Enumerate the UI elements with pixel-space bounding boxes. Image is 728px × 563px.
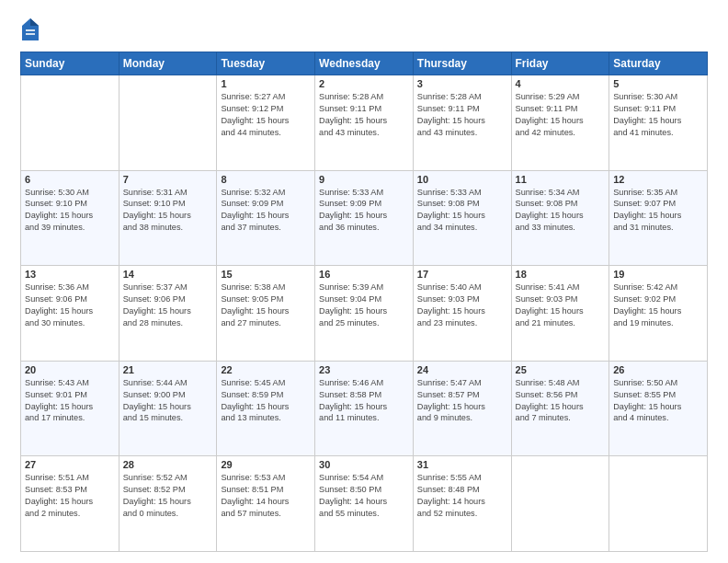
calendar-cell: 5Sunrise: 5:30 AM Sunset: 9:11 PM Daylig… (609, 75, 708, 171)
calendar-cell: 10Sunrise: 5:33 AM Sunset: 9:08 PM Dayli… (413, 170, 511, 266)
day-number: 8 (221, 174, 311, 185)
calendar-week-5: 27Sunrise: 5:51 AM Sunset: 8:53 PM Dayli… (21, 456, 708, 552)
day-info: Sunrise: 5:36 AM Sunset: 9:06 PM Dayligh… (25, 282, 115, 329)
day-number: 10 (417, 174, 507, 185)
calendar-week-4: 20Sunrise: 5:43 AM Sunset: 9:01 PM Dayli… (21, 361, 708, 456)
day-info: Sunrise: 5:46 AM Sunset: 8:58 PM Dayligh… (319, 377, 409, 425)
calendar-cell: 24Sunrise: 5:47 AM Sunset: 8:57 PM Dayli… (413, 361, 511, 456)
day-info: Sunrise: 5:28 AM Sunset: 9:11 PM Dayligh… (319, 91, 409, 139)
day-number: 19 (613, 269, 703, 280)
day-info: Sunrise: 5:44 AM Sunset: 9:00 PM Dayligh… (123, 377, 213, 425)
calendar-cell: 11Sunrise: 5:34 AM Sunset: 9:08 PM Dayli… (511, 170, 609, 266)
day-info: Sunrise: 5:43 AM Sunset: 9:01 PM Dayligh… (25, 377, 115, 425)
calendar-cell (609, 456, 708, 552)
calendar-cell: 23Sunrise: 5:46 AM Sunset: 8:58 PM Dayli… (315, 361, 414, 456)
day-info: Sunrise: 5:27 AM Sunset: 9:12 PM Dayligh… (221, 91, 311, 139)
calendar-header-thursday: Thursday (413, 52, 511, 75)
calendar-week-2: 6Sunrise: 5:30 AM Sunset: 9:10 PM Daylig… (21, 170, 708, 266)
calendar-header-friday: Friday (511, 52, 609, 75)
day-info: Sunrise: 5:31 AM Sunset: 9:10 PM Dayligh… (123, 187, 213, 235)
day-number: 11 (516, 174, 606, 185)
calendar-cell (21, 75, 119, 171)
calendar-cell: 27Sunrise: 5:51 AM Sunset: 8:53 PM Dayli… (21, 456, 119, 552)
day-number: 9 (319, 174, 409, 185)
calendar-cell: 4Sunrise: 5:29 AM Sunset: 9:11 PM Daylig… (511, 75, 609, 171)
day-number: 17 (417, 269, 507, 280)
calendar-table: SundayMondayTuesdayWednesdayThursdayFrid… (20, 52, 708, 552)
calendar-header-saturday: Saturday (609, 52, 708, 75)
day-info: Sunrise: 5:30 AM Sunset: 9:11 PM Dayligh… (613, 91, 703, 139)
calendar-cell: 31Sunrise: 5:55 AM Sunset: 8:48 PM Dayli… (413, 456, 511, 552)
calendar-header-sunday: Sunday (21, 52, 119, 75)
calendar-cell: 18Sunrise: 5:41 AM Sunset: 9:03 PM Dayli… (511, 266, 609, 362)
day-number: 7 (123, 174, 213, 185)
day-number: 18 (516, 269, 606, 280)
logo-icon (20, 17, 40, 42)
day-number: 23 (319, 364, 409, 375)
day-number: 6 (25, 174, 115, 185)
day-info: Sunrise: 5:37 AM Sunset: 9:06 PM Dayligh… (123, 282, 213, 329)
day-number: 21 (123, 364, 213, 375)
day-info: Sunrise: 5:40 AM Sunset: 9:03 PM Dayligh… (417, 282, 507, 329)
day-info: Sunrise: 5:50 AM Sunset: 8:55 PM Dayligh… (613, 377, 703, 425)
day-info: Sunrise: 5:34 AM Sunset: 9:08 PM Dayligh… (516, 187, 606, 235)
day-info: Sunrise: 5:51 AM Sunset: 8:53 PM Dayligh… (25, 472, 115, 520)
calendar-cell: 14Sunrise: 5:37 AM Sunset: 9:06 PM Dayli… (119, 266, 217, 362)
day-info: Sunrise: 5:48 AM Sunset: 8:56 PM Dayligh… (516, 377, 606, 425)
day-number: 3 (417, 78, 507, 89)
day-number: 5 (613, 78, 703, 89)
day-info: Sunrise: 5:39 AM Sunset: 9:04 PM Dayligh… (319, 282, 409, 329)
day-info: Sunrise: 5:52 AM Sunset: 8:52 PM Dayligh… (123, 472, 213, 520)
day-info: Sunrise: 5:47 AM Sunset: 8:57 PM Dayligh… (417, 377, 507, 425)
day-number: 26 (613, 364, 703, 375)
day-info: Sunrise: 5:55 AM Sunset: 8:48 PM Dayligh… (417, 472, 507, 520)
day-number: 12 (613, 174, 703, 185)
day-number: 20 (25, 364, 115, 375)
calendar-cell: 30Sunrise: 5:54 AM Sunset: 8:50 PM Dayli… (315, 456, 414, 552)
day-number: 2 (319, 78, 409, 89)
day-number: 27 (25, 459, 115, 470)
day-info: Sunrise: 5:29 AM Sunset: 9:11 PM Dayligh… (516, 91, 606, 139)
day-info: Sunrise: 5:30 AM Sunset: 9:10 PM Dayligh… (25, 187, 115, 235)
day-info: Sunrise: 5:42 AM Sunset: 9:02 PM Dayligh… (613, 282, 703, 329)
calendar-cell: 16Sunrise: 5:39 AM Sunset: 9:04 PM Dayli… (315, 266, 414, 362)
day-number: 14 (123, 269, 213, 280)
day-number: 15 (221, 269, 311, 280)
day-info: Sunrise: 5:54 AM Sunset: 8:50 PM Dayligh… (319, 472, 409, 520)
day-number: 16 (319, 269, 409, 280)
day-info: Sunrise: 5:45 AM Sunset: 8:59 PM Dayligh… (221, 377, 311, 425)
calendar-cell: 12Sunrise: 5:35 AM Sunset: 9:07 PM Dayli… (609, 170, 708, 266)
calendar-cell: 28Sunrise: 5:52 AM Sunset: 8:52 PM Dayli… (119, 456, 217, 552)
calendar-cell: 21Sunrise: 5:44 AM Sunset: 9:00 PM Dayli… (119, 361, 217, 456)
svg-rect-2 (26, 29, 35, 31)
day-number: 31 (417, 459, 507, 470)
calendar-header-row: SundayMondayTuesdayWednesdayThursdayFrid… (21, 52, 708, 75)
calendar-header-monday: Monday (119, 52, 217, 75)
svg-marker-1 (30, 18, 39, 26)
day-info: Sunrise: 5:35 AM Sunset: 9:07 PM Dayligh… (613, 187, 703, 235)
calendar-cell: 17Sunrise: 5:40 AM Sunset: 9:03 PM Dayli… (413, 266, 511, 362)
day-number: 4 (516, 78, 606, 89)
day-number: 24 (417, 364, 507, 375)
day-info: Sunrise: 5:38 AM Sunset: 9:05 PM Dayligh… (221, 282, 311, 329)
day-number: 30 (319, 459, 409, 470)
header (20, 17, 708, 42)
calendar-cell: 15Sunrise: 5:38 AM Sunset: 9:05 PM Dayli… (217, 266, 315, 362)
calendar-cell: 1Sunrise: 5:27 AM Sunset: 9:12 PM Daylig… (217, 75, 315, 171)
calendar-week-1: 1Sunrise: 5:27 AM Sunset: 9:12 PM Daylig… (21, 75, 708, 171)
day-info: Sunrise: 5:41 AM Sunset: 9:03 PM Dayligh… (516, 282, 606, 329)
day-number: 25 (516, 364, 606, 375)
calendar-cell (511, 456, 609, 552)
calendar-cell: 3Sunrise: 5:28 AM Sunset: 9:11 PM Daylig… (413, 75, 511, 171)
calendar-week-3: 13Sunrise: 5:36 AM Sunset: 9:06 PM Dayli… (21, 266, 708, 362)
day-info: Sunrise: 5:33 AM Sunset: 9:08 PM Dayligh… (417, 187, 507, 235)
calendar-cell: 7Sunrise: 5:31 AM Sunset: 9:10 PM Daylig… (119, 170, 217, 266)
calendar-cell: 19Sunrise: 5:42 AM Sunset: 9:02 PM Dayli… (609, 266, 708, 362)
calendar-header-tuesday: Tuesday (217, 52, 315, 75)
calendar-cell: 6Sunrise: 5:30 AM Sunset: 9:10 PM Daylig… (21, 170, 119, 266)
day-number: 22 (221, 364, 311, 375)
calendar-cell: 2Sunrise: 5:28 AM Sunset: 9:11 PM Daylig… (315, 75, 414, 171)
day-info: Sunrise: 5:28 AM Sunset: 9:11 PM Dayligh… (417, 91, 507, 139)
calendar-cell: 8Sunrise: 5:32 AM Sunset: 9:09 PM Daylig… (217, 170, 315, 266)
calendar-cell: 13Sunrise: 5:36 AM Sunset: 9:06 PM Dayli… (21, 266, 119, 362)
